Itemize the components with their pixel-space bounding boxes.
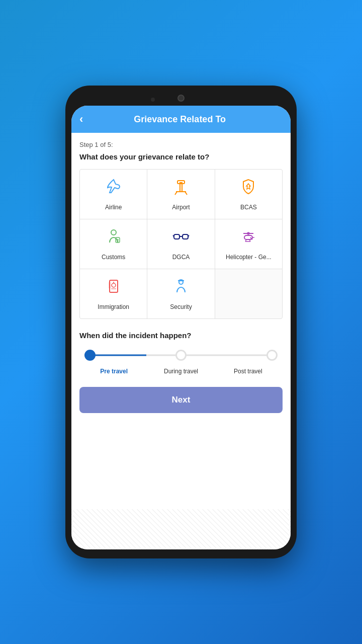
next-button[interactable]: Next [79,387,283,413]
grid-empty-cell [215,269,282,318]
helicopter-icon [239,227,257,250]
during-travel-dot[interactable] [175,350,187,361]
during-travel-label: During travel [147,368,214,375]
post-travel-dot[interactable] [266,350,278,361]
category-bcas[interactable]: BCAS [215,170,282,219]
airport-icon [172,178,190,200]
bottom-decoration [71,509,291,549]
svg-rect-25 [111,288,116,289]
svg-rect-9 [174,234,179,239]
back-button[interactable]: ‹ [79,113,83,126]
customs-icon [105,227,123,250]
category-security[interactable]: Security [147,269,214,318]
grievance-category-grid: Airline Airport [79,169,283,319]
phone-camera [177,95,185,102]
app-header: ‹ Grievance Related To [71,106,291,133]
pre-travel-dot[interactable] [84,350,96,361]
security-icon [172,277,190,299]
page-title: Grievance Related To [88,114,272,125]
helicopter-label: Helicopter - Ge... [226,254,272,261]
category-helicopter[interactable]: Helicopter - Ge... [215,219,282,269]
timeline-question: When did the incident happen? [79,331,283,340]
immigration-icon [105,277,123,299]
step-label: Step 1 of 5: [79,141,283,148]
category-dgca[interactable]: DGCA [147,219,214,269]
airline-icon [105,178,123,200]
pattern-overlay [71,509,291,549]
timeline-labels: Pre travel During travel Post travel [79,365,283,375]
travel-timeline [79,350,283,361]
security-label: Security [170,303,192,310]
dgca-icon [172,227,190,250]
dgca-label: DGCA [172,254,190,261]
svg-point-23 [112,283,116,287]
post-travel-label: Post travel [215,368,282,375]
phone-screen: ‹ Grievance Related To Step 1 of 5: What… [71,106,291,549]
immigration-label: Immigration [98,303,129,310]
pre-travel-label: Pre travel [80,368,147,375]
phone-device: ‹ Grievance Related To Step 1 of 5: What… [65,86,297,558]
svg-line-13 [188,235,189,236]
category-customs[interactable]: Customs [80,219,147,269]
airport-label: Airport [172,204,190,211]
grievance-question: What does your grievance relate to? [79,152,283,161]
airline-label: Airline [105,204,122,211]
bcas-icon [239,178,257,200]
category-immigration[interactable]: Immigration [80,269,147,318]
svg-point-24 [113,282,114,283]
phone-speaker [151,98,155,102]
app-content: Step 1 of 5: What does your grievance re… [71,133,291,509]
svg-rect-10 [183,234,188,239]
svg-line-12 [173,235,174,236]
bcas-label: BCAS [240,204,257,211]
category-airline[interactable]: Airline [80,170,147,219]
customs-label: Customs [102,254,125,261]
category-airport[interactable]: Airport [147,170,214,219]
svg-point-5 [111,230,116,235]
